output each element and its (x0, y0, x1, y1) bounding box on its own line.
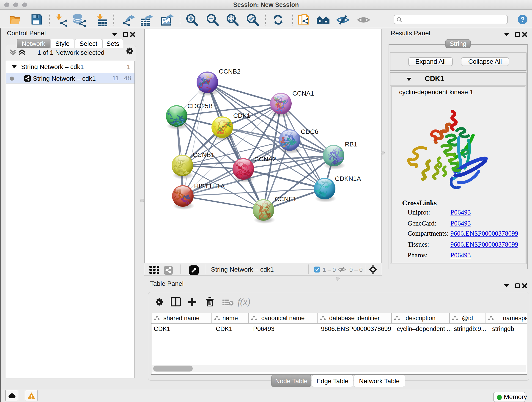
svg-text:CDC25B: CDC25B (187, 102, 213, 109)
svg-text:HIST1H1A: HIST1H1A (194, 183, 225, 190)
svg-text:CCNE1: CCNE1 (275, 196, 297, 203)
svg-text:CCNB2: CCNB2 (219, 68, 241, 75)
svg-text:?: ? (520, 16, 525, 23)
svg-text:RB1: RB1 (345, 141, 357, 148)
svg-text:CDK1: CDK1 (233, 112, 250, 119)
svg-text:CDC6: CDC6 (301, 128, 318, 135)
svg-text:CDKN1A: CDKN1A (335, 175, 361, 182)
svg-text:CCNB1: CCNB1 (193, 151, 215, 158)
svg-text:CCNA2: CCNA2 (254, 156, 276, 163)
svg-text:CCNA1: CCNA1 (292, 90, 314, 97)
